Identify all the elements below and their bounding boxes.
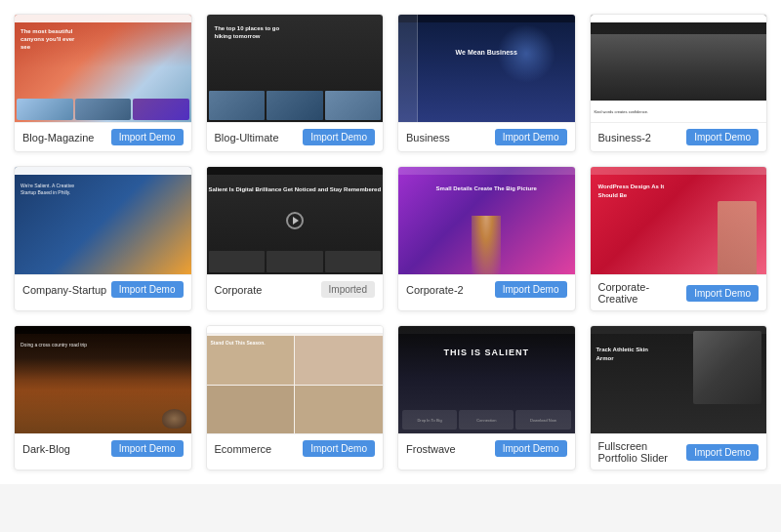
import-demo-button-frostwave[interactable]: Import Demo [495, 440, 567, 457]
hero-text: The most beautiful canyons you'll ever s… [21, 28, 79, 51]
bottom-pills: Drop In To Big Connection Download Now [402, 410, 571, 430]
small-img-3 [133, 99, 189, 120]
demo-card-corporate: Salient Is Digital Brilliance Get Notice… [206, 166, 385, 311]
nav-bar [207, 326, 384, 334]
demo-footer: Business-2 Import Demo [591, 122, 767, 151]
hero-text: Track Athletic Skin Armor [596, 346, 665, 363]
demo-card-frostwave: THIS IS SALIENT Drop In To Big Connectio… [397, 325, 576, 471]
import-demo-button-fullscreen-portfolio-slider[interactable]: Import Demo [686, 444, 759, 461]
thumbnail-dark-blog: Doing a cross country road trip [15, 326, 191, 433]
cyclist-image [693, 331, 761, 404]
wolf-figure [162, 409, 186, 429]
pill-1: Drop In To Big [402, 410, 457, 430]
pill-3: Download Now [515, 410, 570, 430]
thumbnail-frostwave: THIS IS SALIENT Drop In To Big Connectio… [398, 326, 575, 433]
grid-images [209, 91, 382, 120]
small-img-2 [75, 99, 132, 120]
thumbnail-ecommerce: Stand Out This Season. [207, 326, 384, 433]
import-demo-button-ecommerce[interactable]: Import Demo [303, 440, 375, 457]
demo-name-label: Dark-Blog [22, 443, 70, 455]
thumbnail-business: We Mean Business [398, 15, 575, 122]
demo-name-label: Frostwave [406, 443, 456, 455]
demo-footer: Business Import Demo [398, 122, 575, 151]
side-panel [398, 15, 418, 122]
demo-footer: Dark-Blog Import Demo [15, 433, 191, 463]
road-image [591, 34, 767, 102]
thumbnail-fullscreen: Track Athletic Skin Armor [591, 326, 767, 433]
import-demo-button-business-2[interactable]: Import Demo [686, 129, 759, 145]
import-demo-button-company-startup[interactable]: Import Demo [111, 281, 184, 298]
bottom-images [15, 97, 191, 122]
demo-card-blog-magazine: The most beautiful canyons you'll ever s… [14, 14, 192, 152]
play-arrow-icon [293, 217, 299, 225]
product-cell-1: Stand Out This Season. [207, 336, 295, 385]
nav-bar [398, 326, 575, 334]
text-area: Kind words creates confidence. [591, 101, 767, 122]
hero-text: Salient Is Digital Brilliance Get Notice… [208, 186, 381, 192]
demo-name-label: Blog-Ultimate [215, 132, 279, 143]
thumbnail-corporate-creative: WordPress Design As It Should Be [591, 167, 767, 274]
thumbnail-company-startup: We're Salient. A Creative Startup Based … [15, 167, 191, 274]
cell-text-1: Stand Out This Season. [207, 336, 295, 349]
thumbnail-blog-magazine: The most beautiful canyons you'll ever s… [15, 15, 191, 122]
small-img-1 [17, 99, 73, 120]
demo-name-label: Corporate-2 [406, 284, 464, 296]
import-demo-button-corporate-2[interactable]: Import Demo [495, 281, 567, 298]
demo-name-label: Blog-Magazine [22, 132, 94, 143]
imported-badge-corporate[interactable]: Imported [321, 281, 375, 298]
demo-name-label: Business [406, 132, 450, 143]
demo-footer: Ecommerce Import Demo [207, 433, 384, 463]
demo-name-label: Company-Startup [22, 284, 106, 296]
thumbnail-corporate2: Small Details Create The Big Picture [398, 167, 575, 274]
demo-card-blog-ultimate: The top 10 places to go hiking tomorrow … [206, 14, 385, 152]
grid-cell-2 [267, 251, 323, 272]
hero-text: THIS IS SALIENT [443, 348, 529, 357]
demo-name-label: Business-2 [598, 132, 651, 143]
hero-text: Doing a cross country road trip [21, 342, 87, 348]
demo-card-dark-blog: Doing a cross country road trip Dark-Blo… [14, 325, 192, 471]
hero-text: WordPress Design As It Should Be [598, 183, 677, 200]
demo-card-business: We Mean Business Business Import Demo [397, 14, 576, 152]
play-button [286, 212, 304, 229]
hero-text: We Mean Business [456, 49, 517, 56]
pill-2: Connection [459, 410, 514, 430]
hero-text: The top 10 places to go hiking tomorrow [215, 24, 293, 41]
demo-name-label: Ecommerce [215, 443, 272, 455]
nav-bar [591, 167, 767, 175]
import-demo-button-dark-blog[interactable]: Import Demo [111, 440, 184, 457]
nav-bar [15, 167, 191, 175]
small-text: Kind words creates confidence. [595, 109, 649, 114]
demo-card-fullscreen-portfolio-slider: Track Athletic Skin Armor Fullscreen Por… [590, 325, 768, 471]
demo-footer: Corporate Imported [207, 274, 384, 304]
cyclist-img-inner [693, 331, 761, 404]
demo-grid: The most beautiful canyons you'll ever s… [0, 0, 781, 484]
grid-img-3 [325, 91, 382, 120]
demo-footer: Corporate-2 Import Demo [398, 274, 575, 304]
demo-name-label: Fullscreen Portfolio Slider [598, 440, 687, 464]
bottom-grid [209, 251, 382, 272]
demo-card-company-startup: We're Salient. A Creative Startup Based … [14, 166, 192, 311]
demo-card-corporate-creative: WordPress Design As It Should Be Corpora… [590, 166, 768, 311]
demo-footer: Blog-Ultimate Import Demo [207, 122, 384, 151]
thumbnail-business2: Kind words creates confidence. [591, 15, 767, 122]
nav-bar [591, 15, 767, 22]
product-cell-4 [295, 386, 383, 434]
demo-card-corporate-2: Small Details Create The Big Picture Cor… [397, 166, 576, 311]
thumbnail-corporate: Salient Is Digital Brilliance Get Notice… [207, 167, 384, 274]
demo-name-label: Corporate [215, 284, 263, 296]
demo-name-label: Corporate-Creative [598, 281, 687, 305]
person-figure [472, 216, 501, 274]
grid-cell-3 [325, 251, 382, 272]
import-demo-button-blog-magazine[interactable]: Import Demo [111, 129, 184, 145]
import-demo-button-blog-ultimate[interactable]: Import Demo [303, 129, 375, 145]
demo-card-ecommerce: Stand Out This Season. Ecommerce Import … [206, 325, 385, 471]
import-demo-button-business[interactable]: Import Demo [495, 129, 567, 145]
product-cell-3 [207, 386, 295, 434]
nav-bar [15, 15, 191, 22]
import-demo-button-corporate-creative[interactable]: Import Demo [686, 285, 759, 302]
nav-bar [207, 167, 384, 175]
grid-img-2 [267, 91, 323, 120]
demo-footer: Company-Startup Import Demo [15, 274, 191, 304]
nav-bar [398, 15, 575, 22]
hero-text: We're Salient. A Creative Startup Based … [21, 183, 89, 196]
